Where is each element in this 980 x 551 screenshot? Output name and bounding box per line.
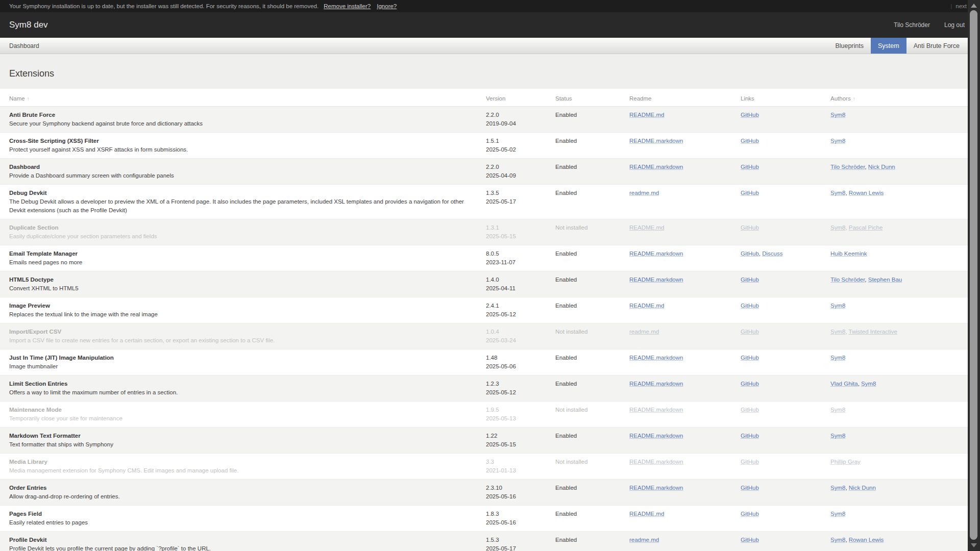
column-header-readme[interactable]: Readme [629, 95, 741, 102]
github-link[interactable]: GitHub [741, 537, 759, 543]
links-cell: GitHub [741, 137, 830, 154]
author-link[interactable]: Rowan Lewis [849, 537, 884, 543]
readme-link[interactable]: README.md [629, 303, 664, 309]
extension-description: Image thumbnailer [9, 362, 479, 371]
readme-link[interactable]: readme.md [629, 190, 659, 196]
extensions-table-body: Anti Brute ForceSecure your Symphony bac… [0, 107, 980, 551]
remove-installer-link[interactable]: Remove installer? [324, 3, 371, 9]
github-link[interactable]: GitHub [741, 433, 759, 439]
readme-link[interactable]: readme.md [629, 329, 659, 335]
readme-link[interactable]: README.markdown [629, 407, 683, 413]
github-link[interactable]: GitHub [741, 407, 759, 413]
name-cell: Just In Time (JIT) Image ManipulationIma… [9, 354, 486, 371]
author-link[interactable]: Sym8 [830, 112, 845, 118]
readme-link[interactable]: README.markdown [629, 459, 683, 465]
scroll-up-button[interactable] [971, 4, 977, 8]
status-cell: Enabled [555, 249, 629, 267]
github-link[interactable]: GitHub [741, 303, 759, 309]
readme-cell: README.markdown [629, 354, 741, 371]
github-link[interactable]: GitHub [741, 485, 759, 491]
author-link[interactable]: Sym8 [830, 407, 845, 413]
readme-link[interactable]: README.markdown [629, 433, 683, 439]
scroll-down-button[interactable] [971, 543, 977, 547]
readme-link[interactable]: README.markdown [629, 138, 683, 144]
author-link[interactable]: Tilo Schröder [830, 277, 865, 283]
author-link[interactable]: Phillip Gray [830, 459, 861, 465]
extension-name: Pages Field [9, 510, 479, 518]
status-cell: Enabled [555, 189, 629, 215]
user-profile-link[interactable]: Tilo Schröder [894, 21, 930, 29]
readme-link[interactable]: README.md [629, 224, 664, 231]
github-link[interactable]: GitHub [741, 138, 759, 144]
author-link[interactable]: Stephen Bau [868, 277, 902, 283]
author-link[interactable]: Sym8 [830, 329, 845, 335]
readme-link[interactable]: README.markdown [629, 355, 683, 361]
release-date: 2021-01-13 [486, 466, 548, 475]
author-link[interactable]: Sym8 [830, 190, 845, 196]
sort-ascending-icon: ↑ [853, 96, 855, 102]
tab-blueprints[interactable]: Blueprints [828, 38, 871, 54]
github-link[interactable]: GitHub [741, 224, 759, 231]
author-link[interactable]: Vlad Ghita [830, 381, 858, 387]
name-cell: Media LibraryMedia management extension … [9, 458, 486, 475]
github-link[interactable]: GitHub [741, 511, 759, 517]
scrollbar-thumb[interactable] [970, 10, 977, 540]
readme-link[interactable]: README.markdown [629, 485, 683, 491]
discuss-link[interactable]: Discuss [762, 251, 782, 257]
column-header-name[interactable]: Name↑ [9, 95, 486, 102]
github-link[interactable]: GitHub [741, 381, 759, 387]
table-row: Import/Export CSVImport a CSV file to cr… [0, 323, 980, 349]
author-link[interactable]: Huib Keemink [830, 251, 867, 257]
readme-link[interactable]: README.md [629, 511, 664, 517]
column-header-links[interactable]: Links [741, 95, 830, 102]
github-link[interactable]: GitHub [741, 190, 759, 196]
name-cell: Cross-Site Scripting (XSS) FilterProtect… [9, 137, 486, 154]
ignore-link[interactable]: Ignore? [377, 3, 397, 9]
version-value: 2.3.10 [486, 484, 548, 492]
readme-cell: README.markdown [629, 406, 741, 423]
author-link[interactable]: Sym8 [830, 303, 845, 309]
author-link[interactable]: Sym8 [830, 224, 845, 231]
author-link[interactable]: Sym8 [861, 381, 876, 387]
author-link[interactable]: Sym8 [830, 355, 845, 361]
column-header-version[interactable]: Version [486, 95, 555, 102]
readme-link[interactable]: README.markdown [629, 251, 683, 257]
breadcrumb[interactable]: Dashboard [0, 38, 39, 54]
github-link[interactable]: GitHub [741, 112, 759, 118]
github-link[interactable]: GitHub [741, 251, 759, 257]
extension-description: Easily related entries to pages [9, 518, 479, 527]
version-value: 1.8.3 [486, 510, 548, 518]
author-link[interactable]: Sym8 [830, 485, 845, 491]
logout-link[interactable]: Log out [944, 21, 965, 29]
column-header-authors[interactable]: Authors↑ [830, 95, 958, 102]
author-link[interactable]: Tilo Schröder [830, 164, 865, 170]
readme-link[interactable]: README.markdown [629, 164, 683, 170]
github-link[interactable]: GitHub [741, 355, 759, 361]
readme-link[interactable]: README.markdown [629, 381, 683, 387]
author-link[interactable]: Sym8 [830, 537, 845, 543]
tab-anti-brute-force[interactable]: Anti Brute Force [906, 38, 967, 54]
tab-system[interactable]: System [871, 38, 906, 54]
author-link[interactable]: Rowan Lewis [849, 190, 884, 196]
author-link[interactable]: Nick Dunn [849, 485, 876, 491]
scrollbar[interactable] [968, 0, 980, 551]
author-link[interactable]: Nick Dunn [868, 164, 895, 170]
author-link[interactable]: Pascal Piche [849, 224, 883, 231]
extension-description: Replaces the textual link to the image w… [9, 310, 479, 319]
github-link[interactable]: GitHub [741, 277, 759, 283]
readme-link[interactable]: readme.md [629, 537, 659, 543]
readme-link[interactable]: README.markdown [629, 277, 683, 283]
authors-cell: Sym8 [830, 354, 958, 371]
notice-next-link[interactable]: next [955, 3, 967, 9]
author-link[interactable]: Twisted Interactive [849, 329, 897, 335]
github-link[interactable]: GitHub [741, 329, 759, 335]
github-link[interactable]: GitHub [741, 164, 759, 170]
status-cell: Not installed [555, 223, 629, 241]
author-link[interactable]: Sym8 [830, 138, 845, 144]
column-header-status[interactable]: Status [555, 95, 629, 102]
authors-cell: Sym8 [830, 406, 958, 423]
github-link[interactable]: GitHub [741, 459, 759, 465]
author-link[interactable]: Sym8 [830, 433, 845, 439]
author-link[interactable]: Sym8 [830, 511, 845, 517]
readme-link[interactable]: README.md [629, 112, 664, 118]
